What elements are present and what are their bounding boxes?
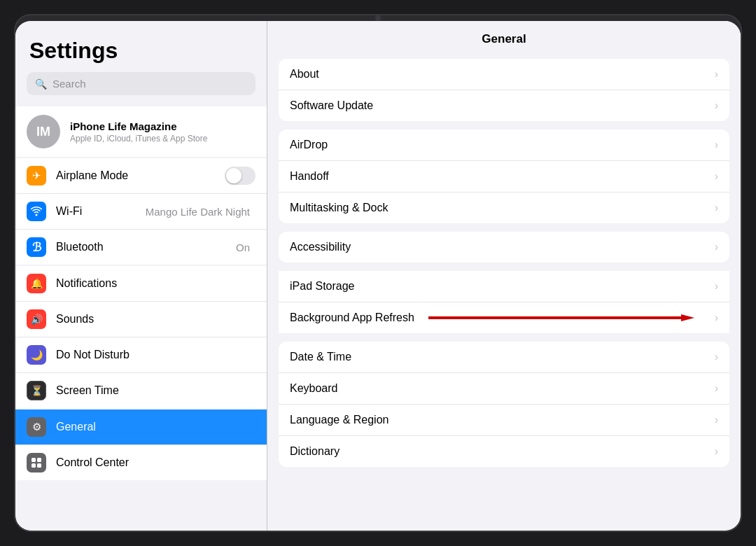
airplane-mode-label: Airplane Mode (56, 169, 225, 182)
airplane-mode-icon: ✈ (27, 166, 46, 186)
right-item-accessibility[interactable]: Accessibility › (279, 232, 729, 262)
avatar: IM (27, 115, 60, 148)
keyboard-label: Keyboard (290, 382, 715, 395)
screen-time-icon: ⏳ (27, 381, 46, 400)
right-section-accessibility: Accessibility › (279, 232, 729, 262)
sounds-label: Sounds (56, 313, 255, 326)
right-item-background-app-refresh[interactable]: Background App Refresh › (279, 302, 729, 333)
language-region-label: Language & Region (290, 414, 715, 426)
right-item-keyboard[interactable]: Keyboard › (279, 373, 729, 405)
ipad-inner: Settings 🔍 Search IM iPhone Life Magazin… (15, 21, 741, 531)
right-panel: General About › Software Update › AirDro… (267, 21, 741, 531)
connectivity-section: ✈ Airplane Mode Wi-Fi Mango Life Dark Ni… (15, 158, 267, 265)
handoff-label: Handoff (290, 170, 715, 183)
dictionary-label: Dictionary (290, 445, 715, 458)
handoff-chevron: › (715, 170, 718, 183)
right-section-airdrop: AirDrop › Handoff › Multitasking & Dock … (279, 130, 729, 223)
right-item-dictionary[interactable]: Dictionary › (279, 436, 729, 467)
search-placeholder: Search (52, 78, 86, 90)
sidebar-item-bluetooth[interactable]: ℬ Bluetooth On (15, 230, 267, 265)
airdrop-chevron: › (715, 139, 718, 151)
dictionary-chevron: › (715, 445, 718, 458)
bluetooth-value: On (236, 241, 250, 253)
profile-name: iPhone Life Magazine (70, 120, 207, 132)
right-item-software-update[interactable]: Software Update › (279, 90, 729, 121)
bluetooth-icon: ℬ (27, 237, 46, 257)
right-item-language-region[interactable]: Language & Region › (279, 405, 729, 436)
right-item-ipad-storage[interactable]: iPad Storage › (279, 271, 729, 302)
search-icon: 🔍 (35, 78, 47, 90)
wifi-value: Mango Life Dark Night (146, 206, 250, 218)
notifications-label: Notifications (56, 277, 255, 290)
accessibility-label: Accessibility (290, 241, 715, 253)
profile-subtitle: Apple ID, iCloud, iTunes & App Store (70, 134, 207, 144)
wifi-label: Wi-Fi (56, 205, 146, 218)
sidebar-item-general[interactable]: ⚙ General (15, 410, 267, 445)
svg-rect-0 (31, 458, 36, 462)
right-item-handoff[interactable]: Handoff › (279, 161, 729, 192)
sidebar-item-notifications[interactable]: 🔔 Notifications (15, 266, 267, 302)
airplane-mode-toggle[interactable] (225, 167, 255, 185)
software-update-label: Software Update (290, 99, 715, 112)
about-chevron: › (715, 68, 718, 80)
settings-title: Settings (15, 21, 267, 72)
ipad-top-bar (15, 15, 741, 21)
right-header: General (267, 21, 741, 55)
profile-section[interactable]: IM iPhone Life Magazine Apple ID, iCloud… (15, 106, 267, 157)
right-section-storage: iPad Storage › Background App Refresh › (279, 271, 729, 333)
sidebar-item-wifi[interactable]: Wi-Fi Mango Life Dark Night (15, 194, 267, 230)
do-not-disturb-icon: 🌙 (27, 345, 46, 365)
wifi-icon (27, 202, 46, 221)
svg-rect-2 (31, 463, 36, 468)
control-center-icon (27, 453, 46, 472)
sidebar-item-do-not-disturb[interactable]: 🌙 Do Not Disturb (15, 337, 267, 373)
sidebar-item-control-center[interactable]: Control Center (15, 445, 267, 480)
ipad-frame: Settings 🔍 Search IM iPhone Life Magazin… (14, 14, 742, 532)
keyboard-chevron: › (715, 382, 718, 395)
sidebar-item-screen-time[interactable]: ⏳ Screen Time (15, 373, 267, 408)
notifications-icon: 🔔 (27, 274, 46, 293)
right-item-multitasking[interactable]: Multitasking & Dock › (279, 192, 729, 223)
airdrop-label: AirDrop (290, 139, 715, 151)
control-center-label: Control Center (56, 456, 255, 469)
search-bar[interactable]: 🔍 Search (27, 72, 255, 95)
bluetooth-label: Bluetooth (56, 241, 236, 253)
general-label: General (56, 421, 255, 433)
sidebar-item-sounds[interactable]: 🔊 Sounds (15, 302, 267, 337)
svg-rect-3 (37, 463, 41, 468)
right-section-datetime: Date & Time › Keyboard › Language & Regi… (279, 342, 729, 467)
camera-dot (375, 15, 381, 21)
software-update-chevron: › (715, 99, 718, 112)
ipad-storage-label: iPad Storage (290, 280, 715, 293)
about-label: About (290, 68, 715, 80)
toggle-knob (226, 168, 241, 183)
svg-rect-1 (37, 458, 41, 462)
sidebar: Settings 🔍 Search IM iPhone Life Magazin… (15, 21, 267, 531)
accessibility-chevron: › (715, 241, 718, 253)
background-app-refresh-chevron: › (715, 312, 718, 324)
multitasking-label: Multitasking & Dock (290, 202, 715, 214)
multitasking-chevron: › (715, 202, 718, 214)
sidebar-item-airplane-mode[interactable]: ✈ Airplane Mode (15, 158, 267, 194)
general-section: ⚙ General Control Center (15, 410, 267, 480)
right-item-date-time[interactable]: Date & Time › (279, 342, 729, 373)
background-app-refresh-label: Background App Refresh (290, 312, 715, 324)
notifications-section: 🔔 Notifications 🔊 Sounds 🌙 Do Not Distur… (15, 266, 267, 408)
general-icon: ⚙ (27, 417, 46, 437)
screen-time-label: Screen Time (56, 384, 255, 397)
date-time-label: Date & Time (290, 351, 715, 363)
right-item-airdrop[interactable]: AirDrop › (279, 130, 729, 161)
do-not-disturb-label: Do Not Disturb (56, 349, 255, 361)
right-section-about: About › Software Update › (279, 59, 729, 121)
right-panel-title: General (482, 32, 526, 46)
profile-info: iPhone Life Magazine Apple ID, iCloud, i… (70, 120, 207, 144)
ipad-storage-chevron: › (715, 280, 718, 293)
language-region-chevron: › (715, 414, 718, 426)
sounds-icon: 🔊 (27, 309, 46, 329)
right-item-about[interactable]: About › (279, 59, 729, 90)
date-time-chevron: › (715, 351, 718, 363)
